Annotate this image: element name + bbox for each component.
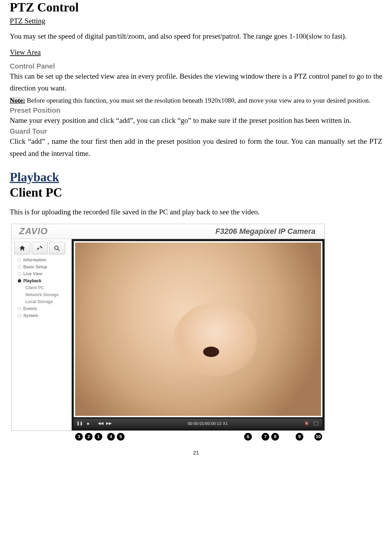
expand-icon[interactable] (313, 421, 320, 426)
heading-playback: Playback (10, 170, 382, 184)
para-guard: Click “add” , name the tour first then a… (10, 135, 382, 159)
svg-rect-2 (314, 422, 318, 425)
home-icon[interactable] (14, 242, 30, 254)
video-content-placeholder (203, 347, 219, 357)
annotation-numbers: 3 2 1 4 5 6 7 8 9 10 (11, 433, 324, 441)
nav-live-view[interactable]: Live View (11, 270, 71, 277)
nav-label: Events (23, 306, 37, 311)
note-label: Note: (10, 97, 25, 104)
video-canvas (75, 243, 321, 416)
nav-label: System (23, 313, 38, 318)
video-panel: ❚❚ ■ ◀◀ ▶▶ 00:00:01/00:00:12 X1 🔇 (72, 239, 325, 430)
nav-network-storage[interactable]: Network Storage (11, 291, 71, 298)
note-text: Before operating this function, you must… (25, 97, 370, 104)
link-ptz-setting: PTZ Setting (10, 17, 45, 25)
annotation-6: 6 (244, 433, 252, 441)
playback-time: 00:00:01/00:00:12 X1 (114, 421, 302, 426)
subheading-preset-position: Preset Position (10, 106, 382, 114)
annotation-9: 9 (296, 433, 303, 441)
stop-icon[interactable]: ■ (85, 421, 91, 426)
nav-playback[interactable]: Playback (11, 277, 71, 284)
subheading-control-panel: Control Panel (10, 62, 382, 70)
rewind-icon[interactable]: ◀◀ (97, 421, 104, 426)
sidebar-nav: Information Basic Setup Live View Playba… (11, 239, 72, 430)
para-control-panel: This can be set up the selected view are… (10, 70, 382, 94)
subheading-guard-tour: Guard Tour (10, 127, 382, 135)
heading-ptz-control: PTZ Control (10, 0, 382, 15)
nav-label: Playback (23, 278, 41, 283)
svg-point-0 (55, 246, 58, 250)
search-icon[interactable] (49, 242, 65, 254)
nav-system[interactable]: System (11, 312, 71, 319)
nav-label: Information (23, 258, 46, 262)
forward-icon[interactable]: ▶▶ (106, 421, 112, 426)
annotation-5: 5 (117, 433, 125, 441)
camera-title: F3206 Megapixel IP Camera (215, 227, 318, 236)
para-client-pc: This is for uploading the recorded file … (10, 206, 382, 218)
figure-header: ZAVIO F3206 Megapixel IP Camera (11, 224, 325, 239)
nav-local-storage[interactable]: Local Storage (11, 298, 71, 305)
heading-client-pc: Client PC (10, 185, 382, 200)
nav-events[interactable]: Events (11, 305, 71, 312)
playback-ui-figure: ZAVIO F3206 Megapixel IP Camera Informat… (11, 224, 325, 431)
page-number: 21 (10, 450, 382, 456)
annotation-7: 7 (262, 433, 269, 441)
annotation-3: 3 (75, 433, 83, 441)
para-preset: Name your every position and click “add”… (10, 114, 382, 127)
playback-controls: ❚❚ ■ ◀◀ ▶▶ 00:00:01/00:00:12 X1 🔇 (74, 419, 322, 428)
annotation-2: 2 (85, 433, 93, 441)
para-note: Note: Before operating this function, yo… (10, 95, 382, 106)
nav-label: Live View (23, 271, 42, 276)
mute-icon[interactable]: 🔇 (304, 421, 310, 426)
para-ptz-speed: You may set the speed of digital pan/til… (10, 30, 382, 42)
tools-icon[interactable] (32, 242, 48, 254)
link-view-area: View Area (10, 48, 41, 57)
annotation-4: 4 (107, 433, 115, 441)
pause-icon[interactable]: ❚❚ (77, 421, 83, 426)
annotation-10: 10 (314, 433, 322, 441)
svg-line-1 (58, 249, 59, 251)
nav-basic-setup[interactable]: Basic Setup (11, 263, 71, 270)
video-content-placeholder (174, 303, 257, 376)
nav-label: Basic Setup (23, 264, 47, 269)
annotation-8: 8 (271, 433, 279, 441)
nav-client-pc[interactable]: Client PC (11, 284, 71, 291)
brand-logo: ZAVIO (19, 226, 48, 237)
video-frame (74, 241, 322, 417)
annotation-1: 1 (95, 433, 102, 441)
nav-information[interactable]: Information (11, 256, 71, 263)
